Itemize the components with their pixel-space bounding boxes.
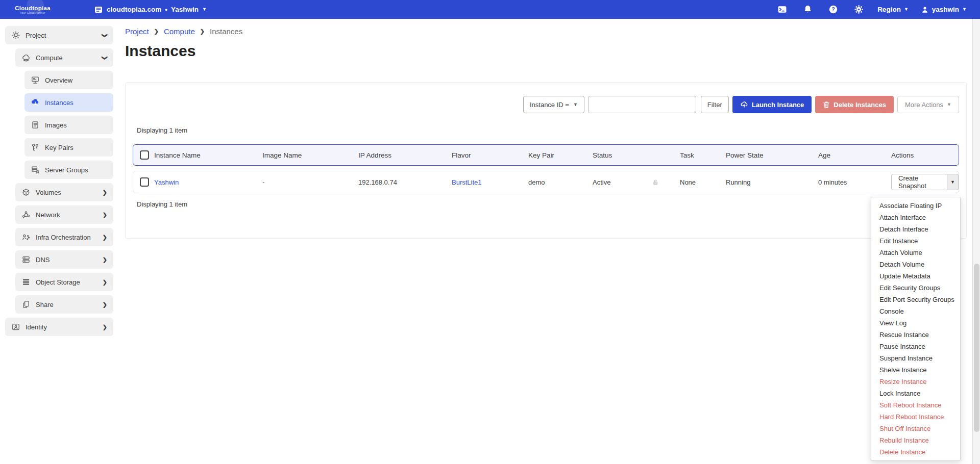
gear-icon bbox=[11, 31, 20, 40]
cloud-icon bbox=[21, 53, 31, 62]
sidebar-item-object-storage[interactable]: Object Storage ❯ bbox=[15, 273, 113, 291]
menu-item[interactable]: Pause Instance bbox=[871, 341, 960, 352]
project-list-icon bbox=[94, 5, 103, 14]
menu-item[interactable]: Shut Off Instance bbox=[871, 423, 960, 434]
terminal-console-button[interactable] bbox=[769, 5, 795, 14]
row-actions-dropdown-toggle[interactable]: ▼ bbox=[947, 174, 959, 190]
sidebar-item-label: Server Groups bbox=[45, 166, 88, 174]
sidebar-item-network[interactable]: Network ❯ bbox=[15, 205, 113, 224]
column-header: Instance Name bbox=[154, 151, 262, 159]
more-actions-button[interactable]: More Actions ▼ bbox=[897, 96, 959, 113]
sidebar-item-label: Identity bbox=[26, 323, 47, 331]
main-content: Project ❯ Compute ❯ Instances Instances … bbox=[116, 19, 980, 464]
region-selector[interactable]: Region ▼ bbox=[871, 6, 915, 13]
column-header: IP Address bbox=[358, 151, 452, 159]
key-pair-cell: demo bbox=[528, 178, 593, 186]
menu-item[interactable]: View Log bbox=[871, 317, 960, 329]
sidebar-item-share[interactable]: Share ❯ bbox=[15, 295, 113, 314]
menu-item[interactable]: Attach Interface bbox=[871, 212, 960, 223]
chevron-right-icon: ❯ bbox=[103, 212, 107, 218]
item-count-bottom: Displaying 1 item bbox=[137, 200, 959, 208]
launch-instance-button[interactable]: Launch Instance bbox=[732, 96, 812, 113]
menu-item[interactable]: Hard Reboot Instance bbox=[871, 411, 960, 423]
menu-item[interactable]: Suspend Instance bbox=[871, 352, 960, 364]
dns-servers-icon bbox=[21, 255, 31, 264]
page-title: Instances bbox=[125, 42, 967, 60]
menu-item[interactable]: Console bbox=[871, 305, 960, 317]
sidebar-item-infra-orchestration[interactable]: Infra Orchestration ❯ bbox=[15, 228, 113, 246]
launch-instance-label: Launch Instance bbox=[752, 101, 804, 109]
menu-item[interactable]: Edit Port Security Groups bbox=[871, 294, 960, 305]
sidebar-item-volumes[interactable]: Volumes ❯ bbox=[15, 183, 113, 201]
brand-logo[interactable]: Cloudtopiaa Your Cloud Partner bbox=[0, 0, 65, 19]
sidebar-item-label: Project bbox=[26, 32, 46, 39]
breadcrumb-link-compute[interactable]: Compute bbox=[164, 27, 195, 36]
region-label: Region bbox=[877, 6, 901, 13]
row-checkbox[interactable] bbox=[140, 177, 149, 187]
menu-item[interactable]: Edit Security Groups bbox=[871, 282, 960, 294]
flavor-link[interactable]: BurstLite1 bbox=[452, 178, 482, 186]
instances-cloud-server-icon bbox=[31, 98, 40, 107]
user-name: yashwin bbox=[932, 6, 959, 13]
context-project: Yashwin bbox=[171, 6, 199, 13]
unlock-icon bbox=[652, 178, 659, 186]
filter-field-select[interactable]: Instance ID = ▼ bbox=[523, 96, 584, 113]
create-snapshot-label: Create Snapshot bbox=[898, 174, 940, 190]
menu-item[interactable]: Rescue Instance bbox=[871, 329, 960, 341]
column-header: Task bbox=[680, 151, 726, 159]
sidebar-item-overview[interactable]: Overview bbox=[24, 71, 113, 89]
sidebar-item-images[interactable]: Images bbox=[24, 116, 113, 134]
page-scrollbar[interactable] bbox=[972, 19, 980, 464]
menu-item[interactable]: Soft Reboot Instance bbox=[871, 399, 960, 411]
menu-item[interactable]: Resize Instance bbox=[871, 376, 960, 388]
sidebar-item-identity[interactable]: Identity ❯ bbox=[5, 318, 113, 336]
cube-icon bbox=[21, 188, 31, 197]
keys-icon bbox=[31, 143, 40, 152]
menu-item[interactable]: Update Metadata bbox=[871, 270, 960, 282]
table-header-row: Instance Name Image Name IP Address Flav… bbox=[133, 144, 959, 166]
domain-project-switcher[interactable]: cloudtopiaa.com • Yashwin ▼ bbox=[94, 5, 207, 14]
sidebar-item-compute[interactable]: Compute ❯ bbox=[15, 48, 113, 67]
column-header: Image Name bbox=[262, 151, 358, 159]
breadcrumb-link-project[interactable]: Project bbox=[125, 27, 149, 36]
top-navbar: Cloudtopiaa Your Cloud Partner cloudtopi… bbox=[0, 0, 980, 19]
instances-panel: Instance ID = ▼ Filter Launch Instance bbox=[125, 82, 967, 239]
id-card-icon bbox=[11, 322, 20, 331]
sidebar-item-dns[interactable]: DNS ❯ bbox=[15, 250, 113, 269]
instance-name-link[interactable]: Yashwin bbox=[154, 178, 179, 186]
create-snapshot-button[interactable]: Create Snapshot bbox=[891, 174, 947, 190]
select-all-checkbox[interactable] bbox=[140, 150, 149, 160]
menu-item[interactable]: Delete Instance bbox=[871, 446, 960, 458]
menu-item[interactable]: Detach Interface bbox=[871, 223, 960, 235]
sidebar-item-server-groups[interactable]: Server Groups bbox=[24, 161, 113, 179]
status-cell: Active bbox=[593, 178, 680, 186]
filter-button[interactable]: Filter bbox=[701, 96, 729, 113]
menu-item[interactable]: Rebuild Instance bbox=[871, 434, 960, 446]
menu-item[interactable]: Lock Instance bbox=[871, 388, 960, 399]
sidebar-item-instances[interactable]: Instances bbox=[24, 93, 113, 112]
item-count-top: Displaying 1 item bbox=[137, 126, 959, 134]
menu-item[interactable]: Associate Floating IP bbox=[871, 200, 960, 212]
delete-instances-button[interactable]: Delete Instances bbox=[815, 96, 894, 113]
actions-cell: Create Snapshot ▼ bbox=[891, 174, 959, 190]
settings-gear-button[interactable] bbox=[846, 5, 871, 14]
filter-search-input[interactable] bbox=[588, 96, 696, 113]
more-actions-label: More Actions bbox=[905, 101, 943, 109]
chevron-down-icon: ▼ bbox=[950, 180, 955, 185]
user-menu[interactable]: yashwin ▼ bbox=[915, 6, 973, 14]
notifications-bell-button[interactable] bbox=[795, 5, 820, 14]
brand-name: Cloudtopiaa bbox=[15, 5, 51, 11]
breadcrumb: Project ❯ Compute ❯ Instances bbox=[125, 27, 967, 36]
storage-stack-icon bbox=[21, 277, 31, 287]
scrollbar-thumb[interactable] bbox=[974, 264, 979, 432]
menu-item[interactable]: Detach Volume bbox=[871, 259, 960, 270]
menu-item[interactable]: Edit Instance bbox=[871, 235, 960, 247]
help-button[interactable]: ? bbox=[820, 5, 846, 14]
menu-item[interactable]: Attach Volume bbox=[871, 247, 960, 259]
sidebar-item-label: DNS bbox=[36, 256, 50, 264]
column-header: Power State bbox=[726, 151, 818, 159]
sidebar-item-project[interactable]: Project ❯ bbox=[5, 26, 113, 44]
menu-item[interactable]: Shelve Instance bbox=[871, 364, 960, 376]
trash-icon bbox=[823, 101, 830, 109]
sidebar-item-key-pairs[interactable]: Key Pairs bbox=[24, 138, 113, 157]
